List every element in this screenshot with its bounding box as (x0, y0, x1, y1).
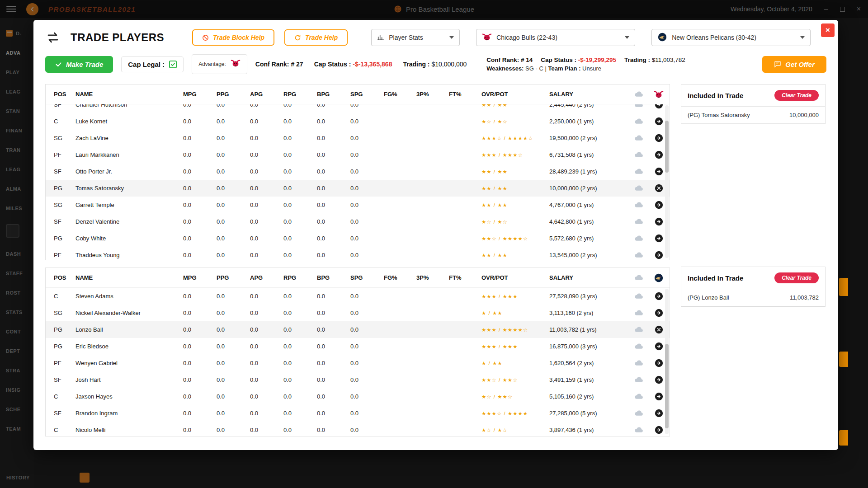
player-stats-dropdown[interactable]: Player Stats (371, 29, 460, 46)
column-header-spg: SPG (349, 274, 382, 281)
close-icon[interactable]: × (821, 23, 835, 37)
roster-row[interactable]: SFDenzel Valentine0.00.00.00.00.00.0★☆ /… (46, 213, 670, 230)
cell-apg: 0.0 (248, 360, 282, 366)
column-header-ppg: PPG (215, 274, 248, 281)
roster-row[interactable]: PGEric Bledsoe0.00.00.00.00.00.0★★★ / ★★… (46, 338, 670, 355)
team-a-dropdown[interactable]: Chicago Bulls (22-43) (476, 29, 635, 46)
scrollbar-thumb[interactable] (665, 344, 669, 428)
cell-rpg: 0.0 (282, 185, 315, 192)
get-offer-button[interactable]: Get Offer (762, 56, 826, 73)
team-b-dropdown[interactable]: New Orleans Pelicans (30-42) (651, 29, 811, 46)
clear-trade-button[interactable]: Clear Trade (774, 272, 819, 283)
cell-apg: 0.0 (248, 135, 282, 141)
trade-block-cloud-icon[interactable] (628, 325, 649, 334)
trade-block-cloud-icon[interactable] (628, 183, 649, 193)
roster-row[interactable]: PGCoby White0.00.00.00.00.00.0★★☆ / ★★★★… (46, 230, 670, 247)
roster-row[interactable]: PGTomas Satoransky0.00.00.00.00.00.0★★ /… (46, 180, 670, 197)
cell-ppg: 0.0 (215, 135, 248, 141)
roster-row[interactable]: CJaxson Hayes0.00.00.00.00.00.0★☆ / ★★☆5… (46, 388, 670, 405)
cell-spg: 0.0 (349, 218, 382, 225)
cell-mpg: 0.0 (181, 151, 215, 158)
cell-ovr-pot-rating: ★★ / ★★ (480, 169, 547, 175)
cell-mpg: 0.0 (181, 410, 215, 417)
trade-block-cloud-icon[interactable] (628, 375, 649, 385)
trade-block-cloud-icon[interactable] (628, 358, 649, 368)
trade-entry: (PG) Tomas Satoransky10,000,000 (681, 106, 825, 124)
cell-spg: 0.0 (349, 252, 382, 258)
cell-pos: C (46, 427, 74, 433)
roster-row[interactable]: SGGarrett Temple0.00.00.00.00.00.0★★ / ★… (46, 197, 670, 213)
roster-row[interactable]: SGZach LaVine0.00.00.00.00.00.0★★★☆ / ★★… (46, 130, 670, 146)
roster-row[interactable]: SFBrandon Ingram0.00.00.00.00.00.0★★★☆ /… (46, 405, 670, 422)
roster-row[interactable]: CLuke Kornet0.00.00.00.00.00.0★☆ / ★☆2,2… (46, 113, 670, 130)
column-header-fg: FG% (382, 274, 415, 281)
trade-entry-amount: 11,003,782 (790, 294, 819, 301)
cell-ppg: 0.0 (215, 293, 248, 300)
cell-ppg: 0.0 (215, 151, 248, 158)
roster-row[interactable]: PFLauri Markkanen0.00.00.00.00.00.0★★★ /… (46, 146, 670, 163)
cell-pos: SF (46, 218, 74, 225)
cell-rpg: 0.0 (282, 135, 315, 141)
trade-block-cloud-icon[interactable] (628, 250, 649, 260)
background-button-fragment (839, 430, 848, 446)
conf-rank: Conf Rank: # 14 (486, 56, 533, 63)
cell-ovr-pot-rating: ★★★ / ★★★ (480, 343, 547, 350)
roster-row[interactable]: CNicolo Melli0.00.00.00.00.00.0★☆ / ★☆3,… (46, 422, 670, 436)
roster-row[interactable]: PFWenyen Gabriel0.00.00.00.00.00.0★ / ★★… (46, 355, 670, 371)
trade-block-cloud-icon[interactable] (628, 342, 649, 351)
cell-name: Luke Kornet (74, 118, 181, 125)
cell-ovr-pot-rating: ★★★ / ★★★★☆ (480, 327, 547, 333)
column-header-3p: 3P% (415, 91, 447, 98)
chevron-down-icon (625, 36, 629, 39)
trade-block-cloud-icon[interactable] (628, 133, 649, 143)
trade-block-cloud-icon[interactable] (628, 408, 649, 418)
scrollbar[interactable] (665, 289, 669, 434)
roster-row[interactable]: SFJosh Hart0.00.00.00.00.00.0★★☆ / ★★☆3,… (46, 371, 670, 388)
cell-salary: 2,445,440 (2 yrs) (547, 104, 628, 108)
trade-block-cloud-icon[interactable] (628, 291, 649, 301)
make-trade-button[interactable]: Make Trade (45, 56, 113, 73)
trade-block-cloud-icon[interactable] (628, 117, 649, 126)
trade-block-cloud-icon[interactable] (628, 150, 649, 160)
advantage-indicator: Advantage: (192, 54, 247, 74)
trade-block-help-button[interactable]: Trade Block Help (192, 29, 274, 46)
roster-row[interactable]: PGLonzo Ball0.00.00.00.00.00.0★★★ / ★★★★… (46, 321, 670, 338)
block-icon (202, 34, 209, 41)
trade-block-cloud-icon[interactable] (628, 234, 649, 243)
cell-name: Lonzo Ball (74, 326, 181, 333)
cell-apg: 0.0 (248, 393, 282, 400)
cell-spg: 0.0 (349, 343, 382, 350)
trade-block-cloud-icon[interactable] (628, 308, 649, 318)
trade-block-cloud-icon[interactable] (628, 104, 649, 109)
cell-salary: 2,250,000 (1 yrs) (547, 118, 628, 125)
cell-ovr-pot-rating: ★★★ / ★★★ (480, 293, 547, 300)
roster-row[interactable]: SFOtto Porter Jr.0.00.00.00.00.00.0★★ / … (46, 163, 670, 180)
trade-block-cloud-icon[interactable] (628, 217, 649, 226)
cell-mpg: 0.0 (181, 218, 215, 225)
cell-apg: 0.0 (248, 343, 282, 350)
cell-mpg: 0.0 (181, 118, 215, 125)
roster-row[interactable]: CSteven Adams0.00.00.00.00.00.0★★★ / ★★★… (46, 288, 670, 305)
roster-row[interactable]: SGNickeil Alexander-Walker0.00.00.00.00.… (46, 305, 670, 321)
trade-block-cloud-icon[interactable] (628, 167, 649, 176)
roster-row[interactable]: PFThaddeus Young0.00.00.00.00.00.0★★ / ★… (46, 247, 670, 260)
cell-pos: SG (46, 310, 74, 316)
clear-trade-button[interactable]: Clear Trade (774, 90, 819, 101)
column-header-name: NAME (74, 91, 181, 98)
column-header-ovrpot: OVR/POT (480, 91, 547, 98)
trade-block-cloud-icon[interactable] (628, 200, 649, 210)
trade-icon (45, 31, 61, 44)
trade-block-cloud-icon[interactable] (628, 392, 649, 401)
cell-pos: PF (46, 360, 74, 366)
column-header-ppg: PPG (215, 91, 248, 98)
cell-apg: 0.0 (248, 118, 282, 125)
trade-block-cloud-icon[interactable] (628, 425, 649, 435)
scrollbar[interactable] (665, 105, 669, 258)
chevron-down-icon (449, 36, 454, 39)
roster-row[interactable]: SFChandler Hutchison0.00.00.00.00.00.0★★… (46, 104, 670, 113)
cell-salary: 16,875,000 (3 yrs) (547, 343, 628, 350)
cap-legal-checkbox[interactable] (169, 61, 177, 68)
trade-help-button[interactable]: Trade Help (284, 29, 348, 46)
cell-name: Denzel Valentine (74, 218, 181, 225)
scrollbar-thumb[interactable] (665, 121, 669, 173)
